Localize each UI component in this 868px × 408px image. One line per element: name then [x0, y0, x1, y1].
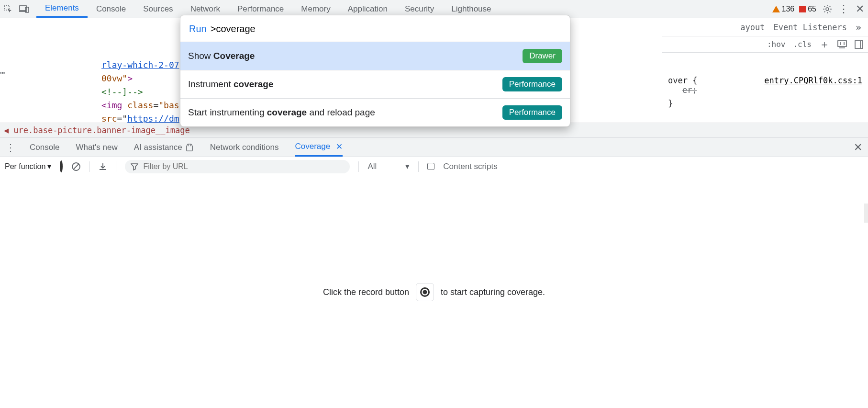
- svg-point-3: [826, 8, 829, 11]
- command-palette: Run Show CoverageDrawerInstrument covera…: [180, 15, 570, 127]
- styles-subtab-layout[interactable]: ayout: [740, 23, 765, 32]
- drawer-more-icon[interactable]: ⋮: [6, 142, 15, 153]
- palette-option-1[interactable]: Instrument coveragePerformance: [180, 70, 570, 99]
- content-scripts-checkbox[interactable]: [427, 163, 434, 170]
- styles-subtab-event-listeners[interactable]: Event Listeners: [773, 23, 847, 32]
- coverage-empty-state: Click the record button to start capturi…: [0, 176, 868, 408]
- coverage-filter-input[interactable]: [142, 162, 344, 171]
- crumb-path[interactable]: ure.base-picture.banner-image__image: [13, 125, 189, 135]
- drawer-tab-ai-assistance[interactable]: AI assistance: [134, 138, 194, 157]
- record-button[interactable]: [416, 283, 434, 301]
- empty-pre-text: Click the record button: [323, 287, 409, 297]
- tab-console[interactable]: Console: [88, 0, 134, 18]
- css-rule-close: }: [662, 99, 868, 108]
- tab-sources[interactable]: Sources: [134, 0, 181, 18]
- css-source-link[interactable]: entry.CPQRlf0k.css:1: [764, 76, 862, 95]
- css-declaration[interactable]: er;: [668, 85, 697, 95]
- palette-mode-label: Run: [189, 23, 207, 34]
- inspect-icon[interactable]: [0, 4, 16, 14]
- clear-icon[interactable]: [71, 162, 81, 171]
- tab-elements[interactable]: Elements: [36, 0, 88, 18]
- drawer-tabs: ⋮ ConsoleWhat's newAI assistance Network…: [0, 138, 868, 157]
- close-devtools-icon[interactable]: ✕: [852, 3, 868, 15]
- device-toggle-icon[interactable]: [16, 5, 33, 13]
- drawer-tab-coverage[interactable]: Coverage✕: [295, 138, 343, 157]
- scrollbar[interactable]: [859, 18, 868, 408]
- palette-option-0[interactable]: Show CoverageDrawer: [180, 42, 570, 70]
- coverage-filter[interactable]: [125, 160, 350, 173]
- export-icon[interactable]: [99, 162, 107, 171]
- hov-toggle[interactable]: :hov: [767, 40, 786, 49]
- more-icon[interactable]: ⋮: [835, 3, 852, 15]
- crumb-back-icon[interactable]: ◀: [4, 125, 9, 135]
- svg-rect-4: [838, 41, 846, 46]
- drawer: ⋮ ConsoleWhat's newAI assistance Network…: [0, 138, 868, 408]
- error-count[interactable]: 65: [799, 5, 816, 13]
- cls-toggle[interactable]: .cls: [793, 40, 812, 49]
- styles-pane: ayout Event Listeners » :hov .cls ＋ over…: [662, 18, 868, 138]
- drawer-tab-console[interactable]: Console: [30, 138, 59, 157]
- content-scripts-label: Content scripts: [443, 162, 497, 171]
- issue-counts[interactable]: 136 65: [769, 5, 820, 13]
- record-icon[interactable]: [60, 162, 63, 171]
- new-style-rule-icon[interactable]: ＋: [819, 37, 830, 52]
- empty-post-text: to start capturing coverage.: [441, 287, 545, 297]
- ellipsis-icon: ⋯: [0, 66, 5, 79]
- palette-input[interactable]: [210, 23, 561, 35]
- drawer-tab-network-conditions[interactable]: Network conditions: [210, 138, 279, 157]
- css-selector[interactable]: over {: [668, 76, 697, 85]
- palette-option-2[interactable]: Start instrumenting coverage and reload …: [180, 99, 570, 126]
- settings-icon[interactable]: [819, 4, 835, 14]
- svg-line-8: [73, 164, 79, 170]
- coverage-toolbar: Per function▾ All▾ Content scripts: [0, 157, 868, 176]
- drawer-tab-what-s-new[interactable]: What's new: [76, 138, 117, 157]
- computed-icon[interactable]: [837, 40, 847, 49]
- coverage-scope-select[interactable]: Per function▾: [5, 162, 51, 171]
- coverage-type-select[interactable]: All▾: [367, 161, 410, 171]
- chevron-down-icon: ▾: [47, 162, 51, 171]
- filter-icon: [131, 163, 138, 170]
- warning-count[interactable]: 136: [772, 5, 795, 13]
- close-tab-icon[interactable]: ✕: [336, 142, 343, 152]
- chevron-down-icon: ▾: [405, 161, 410, 171]
